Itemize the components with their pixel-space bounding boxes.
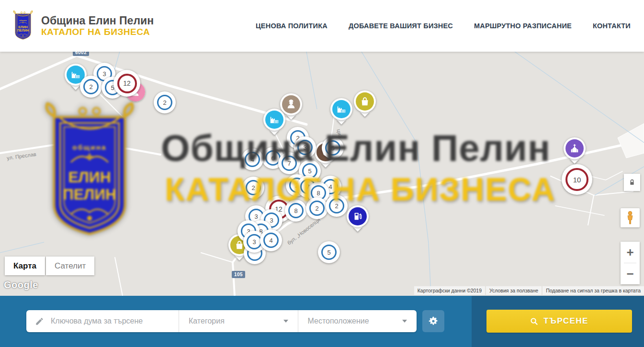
map-type-satellite-button[interactable]: Сателит [46, 257, 94, 275]
crest-line1: ЕЛИН [68, 168, 111, 186]
map[interactable]: 32512223564752748212822338334510 община … [0, 52, 644, 296]
cluster-count: 5 [327, 249, 330, 256]
crest-line1: ЕЛИН [18, 25, 28, 29]
chevron-down-icon [283, 320, 288, 323]
search-filter-group: Категория Местоположение [26, 310, 417, 332]
watermark-crest: община ЕЛИН ПЕЛИН [40, 102, 139, 242]
nav-item-contacts[interactable]: КОНТАКТИ [593, 22, 631, 30]
search-bar: Категория Местоположение ТЪРСЕНЕ [0, 296, 644, 347]
road-number-badge: 105 [232, 271, 245, 278]
factory-icon [332, 100, 350, 118]
nav-item-pricing[interactable]: ЦЕНОВА ПОЛИТИКА [256, 22, 328, 30]
cluster-ring: 4 [263, 233, 279, 248]
map-cluster[interactable]: 2 [80, 76, 102, 98]
nav-item-schedule[interactable]: МАРШРУТНО РАЗПИСАНИЕ [474, 22, 572, 30]
category-select-label: Категория [189, 317, 225, 325]
pin-disc [354, 90, 376, 112]
cluster-ring: 10 [565, 168, 588, 191]
keyword-search-input[interactable] [50, 316, 167, 326]
lock-icon [628, 179, 636, 186]
attribution-copyright: Картографски данни ©2019 [414, 286, 485, 295]
cluster-count: 10 [573, 176, 581, 184]
zoom-control: + − [621, 242, 640, 284]
fuel-icon [349, 207, 367, 225]
watermark-subtitle: КАТАЛОГ НА БИЗНЕСА [165, 170, 556, 208]
cluster-ring: 12 [117, 74, 137, 93]
pegman-icon [624, 211, 636, 225]
category-select[interactable]: Категория [179, 310, 298, 332]
map-lock-button[interactable] [624, 174, 640, 191]
pencil-icon [35, 317, 44, 326]
map-pin-church[interactable] [564, 137, 586, 159]
municipality-crest-logo: община ЕЛИН ПЕЛИН [11, 11, 34, 41]
location-select[interactable]: Местоположение [298, 310, 417, 332]
map-cluster[interactable]: 4 [260, 229, 282, 251]
cluster-ring: 2 [83, 79, 99, 94]
road-number-badge: 6002 [73, 52, 89, 56]
cluster-count: 3 [254, 213, 258, 220]
cluster-count: 8 [294, 207, 297, 214]
watermark-title: Община Елин Пелин [161, 126, 551, 170]
map-cluster[interactable]: 10 [562, 164, 592, 195]
advanced-search-button[interactable] [422, 310, 444, 332]
header: община ЕЛИН ПЕЛИН Община Елин Пелин КАТА… [0, 0, 644, 52]
cluster-ring: 3 [247, 234, 262, 249]
site-subtitle: КАТАЛОГ НА БИЗНЕСА [41, 27, 154, 37]
map-cluster[interactable]: 5 [318, 241, 340, 263]
cluster-count: 2 [163, 99, 166, 106]
chevron-down-icon [402, 320, 407, 323]
map-type-map-button[interactable]: Карта [5, 257, 45, 275]
crest-top-text: община [72, 143, 106, 151]
google-logo[interactable]: Google [4, 280, 38, 291]
site-title: Община Елин Пелин [41, 14, 154, 27]
crest-top-text: община [19, 20, 27, 22]
location-select-label: Местоположение [308, 317, 369, 325]
cluster-count: 12 [123, 79, 131, 87]
main-nav: ЦЕНОВА ПОЛИТИКА ДОБАВЕТЕ ВАШИЯТ БИЗНЕС М… [256, 22, 631, 30]
map-type-control: Карта Сателит [5, 257, 94, 275]
cluster-count: 3 [102, 70, 106, 78]
map-pin-factory[interactable] [330, 98, 352, 120]
gear-icon [428, 316, 439, 326]
search-submit-button[interactable]: ТЪРСЕНЕ [486, 310, 632, 333]
pin-disc [330, 98, 352, 120]
nav-item-add-business[interactable]: ДОБАВЕТЕ ВАШИЯТ БИЗНЕС [349, 22, 453, 30]
search-icon [530, 317, 538, 325]
cluster-count: 4 [269, 237, 272, 244]
zoom-in-button[interactable]: + [621, 242, 640, 263]
crest-line2: ПЕЛИН [17, 29, 29, 32]
bag-icon [356, 92, 374, 111]
cluster-ring: 5 [321, 245, 337, 260]
map-cluster[interactable]: 2 [154, 91, 176, 113]
attribution-report-link[interactable]: Подаване на сигнал за грешка в картата [542, 286, 644, 295]
pin-disc [347, 205, 369, 227]
crest-line2: ПЕЛИН [63, 186, 116, 203]
map-cluster[interactable]: 12 [113, 70, 140, 97]
map-pin-bag[interactable] [354, 90, 376, 112]
cluster-ring: 2 [157, 95, 172, 110]
attribution-terms-link[interactable]: Условия за ползване [486, 286, 542, 295]
street-view-pegman[interactable] [621, 208, 640, 227]
keyword-field-wrap [26, 310, 179, 332]
search-button-label: ТЪРСЕНЕ [543, 316, 588, 326]
brand[interactable]: община ЕЛИН ПЕЛИН Община Елин Пелин КАТА… [11, 11, 154, 41]
cluster-count: 3 [252, 238, 256, 246]
cluster-count: 2 [89, 83, 92, 90]
cluster-count: 3 [270, 217, 273, 224]
map-pin-fuel[interactable] [347, 205, 369, 227]
map-attribution: Картографски данни ©2019 Условия за полз… [414, 286, 644, 295]
pin-disc [564, 137, 586, 159]
church-icon [565, 139, 584, 157]
zoom-out-button[interactable]: − [621, 263, 640, 284]
